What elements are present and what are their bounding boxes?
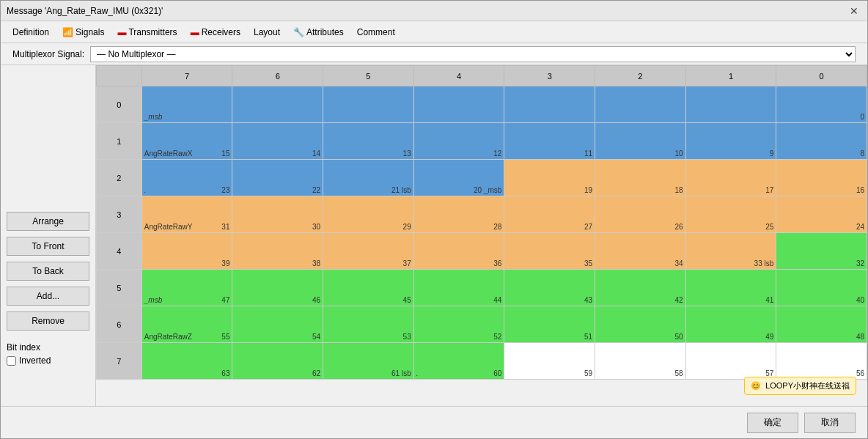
cell-r5c2[interactable]: 42	[595, 270, 686, 306]
tab-definition[interactable]: Definition	[7, 24, 55, 40]
cell-r3c0[interactable]: 24	[776, 196, 867, 233]
window-title: Message 'Ang_Rate_Raw_IMU (0x321)'	[7, 6, 163, 16]
cell-r3c4[interactable]: 28	[413, 196, 504, 233]
cell-r4c1[interactable]: 33 lsb	[685, 233, 776, 270]
cell-r7c3-num: 59	[584, 369, 592, 377]
cell-r2c5[interactable]: 21 lsb	[323, 160, 414, 196]
cell-r4c6[interactable]: 38	[232, 233, 323, 270]
tab-receivers[interactable]: ▬ Receivers	[185, 24, 246, 40]
cell-r6c3[interactable]: 51	[504, 306, 595, 343]
tab-signals[interactable]: 📶 Signals	[56, 24, 110, 40]
cell-r7c3[interactable]: 59	[504, 343, 595, 380]
cell-r5c0[interactable]: 40	[776, 270, 867, 306]
tab-attributes-label: Attributes	[306, 27, 344, 37]
cell-r3c5[interactable]: 29	[323, 196, 414, 233]
receivers-icon: ▬	[191, 27, 199, 37]
cell-r1c0[interactable]: 8	[776, 123, 867, 160]
cell-r0c7[interactable]: _msb	[141, 86, 232, 123]
cell-r1c5[interactable]: 13	[323, 123, 414, 160]
cell-r2c6-num: 22	[312, 186, 320, 194]
inverted-row: Inverted	[7, 355, 89, 366]
arrange-button[interactable]: Arrange	[7, 212, 89, 231]
cell-r6c4[interactable]: 52	[413, 306, 504, 343]
cell-r4c7[interactable]: 39	[141, 233, 232, 270]
cell-r1c6[interactable]: 14	[232, 123, 323, 160]
cell-r3c2[interactable]: 26	[595, 196, 686, 233]
cell-r2c6[interactable]: 22	[232, 160, 323, 196]
cell-r1c4[interactable]: 12	[413, 123, 504, 160]
mux-select[interactable]: — No Multiplexor —	[90, 46, 856, 62]
cell-r0c6[interactable]	[232, 86, 323, 123]
cell-r2c7[interactable]: . 23	[141, 160, 232, 196]
cell-r3c3[interactable]: 27	[504, 196, 595, 233]
cell-r1c7[interactable]: AngRateRawX 15	[141, 123, 232, 160]
cell-r1c3[interactable]: 11	[504, 123, 595, 160]
cell-r6c6[interactable]: 54	[232, 306, 323, 343]
cell-r1c1-num: 9	[770, 150, 774, 158]
cell-r0c5[interactable]	[323, 86, 414, 123]
cell-r0c3[interactable]	[504, 86, 595, 123]
cell-r4c5[interactable]: 37	[323, 233, 414, 270]
cell-r3c7[interactable]: AngRateRawY 31	[141, 196, 232, 233]
cell-r5c1[interactable]: 41	[685, 270, 776, 306]
cell-r7c1[interactable]: 57	[685, 343, 776, 380]
cell-r6c7[interactable]: AngRateRawZ 55	[141, 306, 232, 343]
cell-r3c1[interactable]: 25	[685, 196, 776, 233]
cell-r1c2[interactable]: 10	[595, 123, 686, 160]
close-button[interactable]: ✕	[847, 4, 861, 18]
cell-r5c6[interactable]: 46	[232, 270, 323, 306]
cell-r2c2[interactable]: 18	[595, 160, 686, 196]
cell-r6c0-num: 48	[856, 333, 864, 341]
cell-r4c4[interactable]: 36	[413, 233, 504, 270]
cell-r0c2[interactable]	[595, 86, 686, 123]
cell-r2c1[interactable]: 17	[685, 160, 776, 196]
cell-r5c1-num: 41	[765, 296, 773, 304]
cell-r4c2-num: 34	[675, 259, 683, 268]
inverted-checkbox[interactable]	[7, 356, 16, 366]
grid-scroll-area[interactable]: 7 6 5 4 3 2 1 0 0 _msb	[96, 65, 867, 406]
cell-r7c0[interactable]: 56	[776, 343, 867, 380]
tab-transmitters[interactable]: ▬ Transmitters	[111, 24, 183, 40]
tab-comment[interactable]: Comment	[351, 24, 401, 40]
cell-r5c7[interactable]: _msb 47	[141, 270, 232, 306]
cell-r0c7-label: _msb	[144, 113, 162, 121]
add-button[interactable]: Add...	[7, 287, 89, 306]
cell-r5c3[interactable]: 43	[504, 270, 595, 306]
cell-r6c2[interactable]: 50	[595, 306, 686, 343]
cell-r0c1[interactable]	[685, 86, 776, 123]
cancel-button[interactable]: 取消	[804, 413, 856, 433]
title-bar: Message 'Ang_Rate_Raw_IMU (0x321)' ✕	[1, 1, 867, 21]
inverted-label: Inverted	[19, 355, 51, 366]
cell-r4c0[interactable]: 32	[776, 233, 867, 270]
cell-r7c2[interactable]: 58	[595, 343, 686, 380]
cell-r0c4[interactable]	[413, 86, 504, 123]
cell-r6c1[interactable]: 49	[685, 306, 776, 343]
tab-layout[interactable]: Layout	[248, 24, 286, 40]
cell-r5c5-num: 45	[403, 296, 411, 304]
cell-r2c4[interactable]: 20 _msb	[413, 160, 504, 196]
cell-r3c6[interactable]: 30	[232, 196, 323, 233]
cell-r4c2[interactable]: 34	[595, 233, 686, 270]
confirm-button[interactable]: 确定	[747, 413, 798, 433]
cell-r5c5[interactable]: 45	[323, 270, 414, 306]
cell-r7c4[interactable]: . 60	[413, 343, 504, 380]
remove-button[interactable]: Remove	[7, 311, 89, 331]
cell-r5c4[interactable]: 44	[413, 270, 504, 306]
tab-attributes[interactable]: 🔧 Attributes	[287, 24, 350, 40]
cell-r1c1[interactable]: 9	[685, 123, 776, 160]
cell-r3c7-signal: AngRateRawY	[144, 223, 193, 231]
to-front-button[interactable]: To Front	[7, 237, 89, 256]
cell-r7c5[interactable]: 61 lsb	[323, 343, 414, 380]
cell-r6c0[interactable]: 48	[776, 306, 867, 343]
cell-r0c0[interactable]: 0	[776, 86, 867, 123]
cell-r7c6[interactable]: 62	[232, 343, 323, 380]
to-back-button[interactable]: To Back	[7, 262, 89, 281]
cell-r2c0[interactable]: 16	[776, 160, 867, 196]
cell-r4c3[interactable]: 35	[504, 233, 595, 270]
cell-r2c3[interactable]: 19	[504, 160, 595, 196]
cell-r2c4-num: 20 _msb	[474, 186, 501, 194]
cell-r7c7[interactable]: 63	[141, 343, 232, 380]
dialog-footer: 确定 取消 😊 LOOPY小财神在线送福	[1, 406, 867, 438]
cell-r6c5[interactable]: 53	[323, 306, 414, 343]
table-row: 7 63 62 61 lsb . 60	[97, 343, 867, 380]
